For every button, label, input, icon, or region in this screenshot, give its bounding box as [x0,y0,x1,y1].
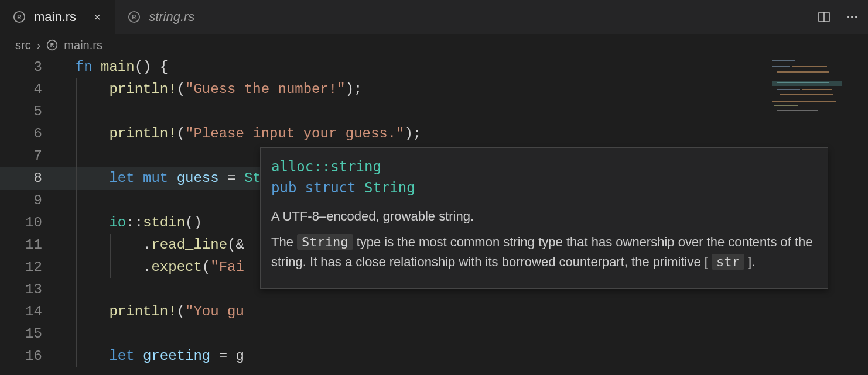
svg-text:R: R [132,14,136,20]
token-punc: ( [177,126,185,142]
token-kw: mut [143,170,177,186]
indent-guide [76,278,77,301]
hover-body: The String type is the most common strin… [271,232,817,272]
token-punc: { [160,59,168,75]
token-str: "Fai [210,259,244,275]
hover-decl-type: String [364,180,415,196]
tab-main-rs[interactable]: R main.rs × [0,0,115,34]
token-punc: . [143,237,151,253]
line-number: 10 [0,212,59,234]
rust-icon: R [46,39,58,51]
token-punc: () [185,215,202,230]
code-content[interactable] [59,278,109,301]
indent-guide [76,167,77,190]
hover-path: alloc::string [271,159,381,175]
token-punc: ( [202,259,210,275]
code-line[interactable]: 15 [0,323,868,345]
line-number: 13 [0,278,59,301]
more-actions-icon[interactable] [843,8,861,26]
code-line[interactable]: 14 println!("You gu [0,301,868,323]
breadcrumb-file[interactable]: main.rs [64,39,102,52]
code-content[interactable]: println!("Please input your guess."); [59,123,421,145]
token-punc: ( [177,304,185,319]
code-content[interactable]: let greeting = g [59,345,244,367]
token-kw: let [109,348,143,364]
indent-guide [76,190,77,212]
indent-guide [76,323,77,345]
indent-guide [76,145,77,167]
code-content[interactable] [59,101,109,123]
token-fn: main [101,59,135,75]
line-number: 4 [0,78,59,101]
hover-description: A UTF-8–encoded, growable string. The St… [271,207,817,272]
token-punc: ); [405,126,422,142]
tab-actions [815,0,868,34]
token-punc: ( [177,81,185,97]
token-punc: :: [126,215,143,230]
indent-guide [76,345,77,367]
token-kw: fn [76,59,101,75]
token-punc: () [135,59,160,75]
breadcrumb[interactable]: src › R main.rs [0,34,868,56]
token-fn: println! [109,81,176,97]
svg-text:R: R [17,14,22,20]
split-editor-icon[interactable] [815,8,833,26]
line-number: 16 [0,345,59,367]
token-fn: stdin [143,215,185,230]
token-str: "You gu [185,304,244,319]
code-line[interactable]: 5 [0,101,868,123]
code-content[interactable]: .read_line(& [59,234,244,256]
svg-point-7 [851,16,853,18]
token-fn: read_line [151,237,227,253]
hover-decl-kw: pub struct [271,180,356,196]
rust-icon: R [13,11,26,23]
line-number: 5 [0,101,59,123]
tab-string-rs[interactable]: R string.rs [115,0,205,34]
svg-point-8 [855,16,857,18]
code-content[interactable] [59,145,109,167]
token-fn: println! [109,304,176,319]
line-number: 3 [0,56,59,78]
line-number: 9 [0,190,59,212]
tab-label: string.rs [149,9,194,25]
indent-guide [76,256,77,278]
indent-guide [76,234,77,256]
code-line[interactable]: 3 fn main() { [0,56,868,78]
token-fn: println! [109,126,176,142]
svg-point-6 [847,16,849,18]
line-number: 6 [0,123,59,145]
indent-guide [76,212,77,234]
indent-guide [76,101,77,123]
line-number: 11 [0,234,59,256]
rust-icon: R [128,11,141,23]
indent-guide [110,256,111,278]
token-punc: . [143,259,151,275]
line-number: 8 [0,167,59,190]
code-content[interactable]: fn main() { [59,56,168,78]
breadcrumb-folder[interactable]: src [15,39,31,52]
token-ns: io [109,215,126,230]
tab-label: main.rs [34,9,76,25]
indent-guide [76,123,77,145]
token-var_u: guess [177,170,219,187]
hover-code: str [712,254,744,270]
token-var: greeting [143,348,210,364]
close-icon[interactable]: × [90,11,104,24]
line-number: 14 [0,301,59,323]
hover-tooltip[interactable]: alloc::string pub struct String A UTF-8–… [260,147,828,289]
code-line[interactable]: 16 let greeting = g [0,345,868,367]
code-content[interactable]: println!("Guess the number!"); [59,78,363,101]
tab-bar: R main.rs × R string.rs [0,0,868,34]
indent-guide [110,234,111,256]
code-content[interactable] [59,190,109,212]
code-content[interactable]: println!("You gu [59,301,244,323]
code-content[interactable]: io::stdin() [59,212,202,234]
code-line[interactable]: 4 println!("Guess the number!"); [0,78,868,101]
code-content[interactable] [59,323,109,345]
token-str: "Please input your guess." [185,126,404,142]
code-content[interactable]: .expect("Fai [59,256,244,278]
chevron-right-icon: › [37,39,41,52]
svg-text:R: R [50,42,54,48]
token-punc: (& [227,237,244,253]
code-line[interactable]: 6 println!("Please input your guess."); [0,123,868,145]
